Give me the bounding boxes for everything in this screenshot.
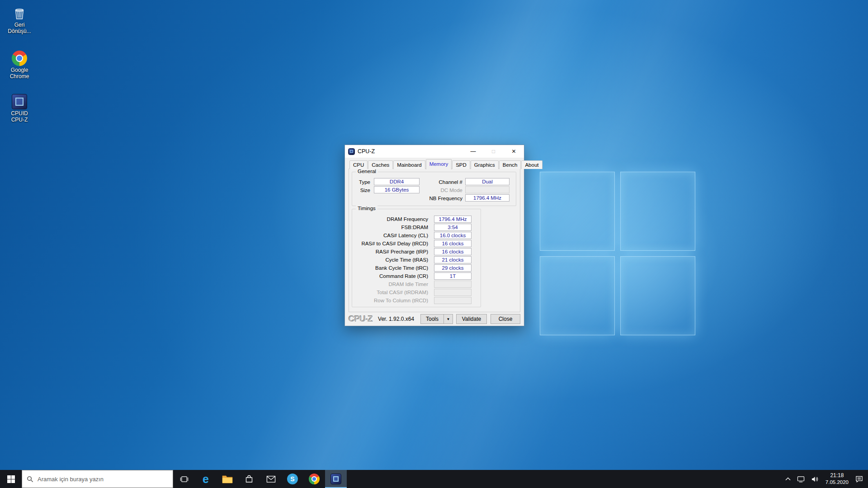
tools-button[interactable]: Tools (420, 314, 444, 324)
chrome-button[interactable] (303, 470, 325, 488)
window-icon (348, 148, 355, 155)
timing-value-box (434, 281, 472, 288)
skype-button[interactable]: S (282, 470, 303, 488)
search-icon (27, 476, 33, 483)
channel-value-box: Dual (465, 178, 509, 185)
close-dialog-button[interactable]: Close (491, 314, 520, 324)
tab-spd[interactable]: SPD (452, 160, 470, 169)
task-view-button[interactable] (173, 470, 195, 488)
nb-frequency-label: NB Frequency (419, 195, 462, 202)
windows-logo-pane (620, 256, 695, 335)
windows-logo-pane (540, 256, 615, 335)
desktop-icon-recycle-bin[interactable]: Geri Dönüşü... (2, 5, 37, 35)
size-value-box: 16 GBytes (374, 186, 420, 193)
mail-envelope-icon (266, 475, 276, 483)
edge-button[interactable]: e (195, 470, 217, 488)
start-button[interactable] (0, 470, 22, 488)
tab-caches[interactable]: Caches (368, 160, 393, 169)
timing-label: CAS# Latency (CL) (352, 233, 428, 238)
store-bag-icon (245, 474, 254, 483)
timing-row: DRAM Frequency 1796.4 MHz (352, 215, 481, 223)
desktop-icon-label: CPUID CPU-Z (5, 111, 34, 123)
chrome-icon (12, 51, 27, 66)
desktop-icon-label: Geri Dönüşü... (5, 22, 34, 35)
minimize-button[interactable]: — (463, 145, 483, 158)
maximize-button: □ (483, 145, 504, 158)
volume-icon[interactable] (808, 470, 822, 488)
store-button[interactable] (238, 470, 260, 488)
wallpaper-windows-logo (540, 172, 695, 335)
timing-value-box (434, 289, 472, 296)
windows-start-icon (7, 475, 15, 483)
window-footer: CPU-Z Ver. 1.92.0.x64 Tools ▼ Validate C… (349, 313, 520, 325)
window-title: CPU-Z (358, 148, 375, 155)
size-label: Size (353, 187, 370, 193)
timing-label: RAS# Precharge (tRP) (352, 249, 428, 254)
timing-row: Bank Cycle Time (tRC) 29 clocks (352, 264, 481, 272)
timing-value-box: 16 clocks (434, 240, 472, 247)
timing-row: RAS# Precharge (tRP) 16 clocks (352, 248, 481, 256)
timing-label: Row To Column (tRCD) (352, 298, 428, 303)
tab-memory[interactable]: Memory (426, 159, 452, 169)
timing-label: Cycle Time (tRAS) (352, 257, 428, 263)
timing-label: RAS# to CAS# Delay (tRCD) (352, 241, 428, 246)
timing-value-box: 1796.4 MHz (434, 216, 472, 223)
nb-frequency-value-box: 1796.4 MHz (465, 194, 509, 202)
desktop-icon-label: Google Chrome (5, 67, 34, 80)
cpuz-taskbar-button[interactable] (325, 470, 347, 488)
timing-row: RAS# to CAS# Delay (tRCD) 16 clocks (352, 239, 481, 248)
type-value-box: DDR4 (374, 178, 420, 185)
recycle-bin-icon (12, 5, 27, 21)
timing-value-box: 21 clocks (434, 256, 472, 263)
search-box[interactable]: Aramak için buraya yazın (22, 470, 173, 488)
general-group-title: General (356, 169, 378, 174)
skype-icon: S (287, 474, 298, 484)
action-center-button[interactable] (852, 470, 866, 488)
timing-value-box: 16.0 clocks (434, 232, 472, 239)
timing-value-box: 16 clocks (434, 248, 472, 255)
timing-row: CAS# Latency (CL) 16.0 clocks (352, 231, 481, 239)
chrome-icon (309, 474, 320, 484)
timing-row: DRAM Idle Timer (352, 280, 481, 288)
timings-groupbox: Timings DRAM Frequency 1796.4 MHz FSB:DR… (352, 209, 481, 307)
memory-tab-panel: General Type DDR4 Size 16 GBytes Channel… (349, 169, 520, 312)
timing-label: Command Rate (CR) (352, 273, 428, 279)
dc-mode-label: DC Mode (419, 187, 462, 193)
timing-row: Command Rate (CR) 1T (352, 272, 481, 280)
desktop: Geri Dönüşü... Google Chrome CPUID CPU-Z… (0, 0, 868, 488)
timing-label: FSB:DRAM (352, 225, 428, 230)
validate-button[interactable]: Validate (456, 314, 487, 324)
timing-label: DRAM Frequency (352, 216, 428, 222)
desktop-icon-google-chrome[interactable]: Google Chrome (2, 51, 37, 80)
timing-row: Total CAS# (tRDRAM) (352, 288, 481, 296)
cpuz-window: CPU-Z — □ ✕ CPU Caches Mainboard Memory … (344, 145, 524, 326)
tab-about[interactable]: About (521, 160, 542, 169)
tools-dropdown-button[interactable]: ▼ (444, 314, 453, 324)
type-label: Type (353, 179, 370, 185)
tab-cpu[interactable]: CPU (349, 160, 368, 169)
taskbar-clock[interactable]: 21:18 7.05.2020 (822, 472, 852, 485)
file-explorer-button[interactable] (217, 470, 238, 488)
windows-logo-pane (540, 172, 615, 251)
folder-icon (222, 474, 233, 483)
mail-button[interactable] (260, 470, 282, 488)
search-placeholder: Aramak için buraya yazın (38, 476, 104, 483)
timing-value-box: 3:54 (434, 224, 472, 231)
tab-graphics[interactable]: Graphics (471, 160, 499, 169)
timing-label: DRAM Idle Timer (352, 282, 428, 287)
timing-label: Total CAS# (tRDRAM) (352, 290, 428, 295)
desktop-icon-cpuid-cpuz[interactable]: CPUID CPU-Z (2, 94, 37, 123)
tray-chevron-button[interactable] (782, 470, 794, 488)
cpuz-logo: CPU-Z (349, 314, 373, 324)
titlebar[interactable]: CPU-Z — □ ✕ (345, 145, 524, 158)
tab-bench[interactable]: Bench (499, 160, 521, 169)
timing-value-box: 29 clocks (434, 264, 472, 272)
tab-mainboard[interactable]: Mainboard (393, 160, 425, 169)
timing-row: FSB:DRAM 3:54 (352, 223, 481, 231)
timing-row: Row To Column (tRCD) (352, 296, 481, 305)
network-icon[interactable] (794, 470, 808, 488)
system-tray: 21:18 7.05.2020 (782, 470, 868, 488)
close-button[interactable]: ✕ (504, 145, 524, 158)
clock-time: 21:18 (830, 472, 844, 479)
timing-row: Cycle Time (tRAS) 21 clocks (352, 256, 481, 264)
